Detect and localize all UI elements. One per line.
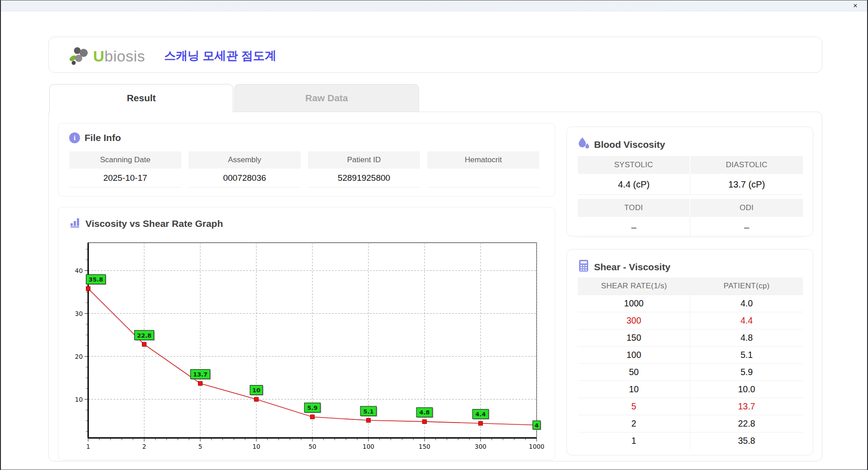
file-info-title: i File Info xyxy=(69,132,121,143)
leaf-cluster-icon xyxy=(68,45,91,67)
shear-rate-cell: 50 xyxy=(578,364,690,381)
field-label: Patient ID xyxy=(308,151,420,169)
svg-text:20: 20 xyxy=(75,353,83,360)
bv-value-cell: – xyxy=(690,217,803,238)
shear-rate-cell: 300 xyxy=(578,312,690,329)
shear-rate-cell: 100 xyxy=(578,347,690,363)
shear-rate-cell: 5 xyxy=(578,398,690,415)
file-info-card: i File Info Scanning Date2025-10-17Assem… xyxy=(58,123,555,197)
shear-table-row: 10004.0 xyxy=(578,295,803,312)
viscosity-chart: 102030401251050100150300100035.822.813.7… xyxy=(71,235,546,458)
patient-viscosity-cell: 4.8 xyxy=(690,329,803,346)
patient-viscosity-cell: 10.0 xyxy=(690,381,803,398)
shear-rate-cell: 2 xyxy=(578,415,690,432)
field-label: Assembly xyxy=(189,151,301,169)
field-value xyxy=(427,169,539,188)
svg-text:22.8: 22.8 xyxy=(137,332,151,339)
svg-text:10: 10 xyxy=(252,387,260,394)
shear-viscosity-title: Shear - Viscosity xyxy=(578,259,670,274)
file-info-field: Scanning Date2025-10-17 xyxy=(69,151,181,188)
svg-text:40: 40 xyxy=(75,267,83,274)
shear-table-row: 1504.8 xyxy=(578,329,803,346)
blood-viscosity-title: Blood Viscosity xyxy=(578,137,665,152)
svg-text:2: 2 xyxy=(142,443,146,450)
brand-name: Ubiosis xyxy=(93,47,145,65)
shear-rate-cell: 1 xyxy=(578,432,690,449)
svg-text:1000: 1000 xyxy=(529,443,544,450)
shear-viscosity-table: SHEAR RATE(1/s) PATIENT(cp) 10004.03004.… xyxy=(578,277,803,449)
svg-text:30: 30 xyxy=(75,310,83,317)
bv-value-cell: 4.4 (cP) xyxy=(578,174,690,195)
droplets-icon xyxy=(578,137,590,152)
svg-text:300: 300 xyxy=(475,443,486,450)
svg-text:50: 50 xyxy=(308,443,316,450)
svg-text:13.7: 13.7 xyxy=(193,371,208,378)
patient-viscosity-cell: 4.4 xyxy=(690,312,803,329)
bv-header-cell: SYSTOLIC xyxy=(578,156,690,174)
tab-result[interactable]: Result xyxy=(49,84,233,113)
brand-logo: Ubiosis xyxy=(68,45,145,67)
svg-text:10: 10 xyxy=(75,396,83,403)
file-info-field: Patient ID52891925800 xyxy=(308,151,420,188)
bv-header-cell: DIASTOLIC xyxy=(690,156,803,174)
shear-rate-cell: 150 xyxy=(578,329,690,346)
bar-chart-icon xyxy=(69,216,81,230)
shear-table-row: 3004.4 xyxy=(578,312,803,329)
shear-rate-cell: 1000 xyxy=(578,295,690,312)
field-label: Hematocrit xyxy=(427,151,539,169)
file-info-field: Assembly000728036 xyxy=(189,151,301,188)
bv-value-cell: 13.7 (cP) xyxy=(690,174,803,195)
title-bar: × xyxy=(1,0,867,11)
svg-text:10: 10 xyxy=(252,443,260,450)
field-value: 2025-10-17 xyxy=(69,169,181,188)
svg-text:100: 100 xyxy=(363,443,374,450)
svg-text:4: 4 xyxy=(534,422,538,429)
svg-text:5.9: 5.9 xyxy=(307,404,317,411)
viscosity-graph-card: Viscosity vs Shear Rate Graph 1020304012… xyxy=(58,207,555,460)
svg-text:1: 1 xyxy=(86,443,90,450)
shear-table-row: 222.8 xyxy=(578,415,803,432)
patient-viscosity-cell: 13.7 xyxy=(690,398,803,415)
blood-viscosity-table: SYSTOLICDIASTOLIC4.4 (cP)13.7 (cP)TODIOD… xyxy=(578,156,803,238)
file-info-fields: Scanning Date2025-10-17Assembly000728036… xyxy=(69,151,539,188)
patient-viscosity-cell: 22.8 xyxy=(690,415,803,432)
patient-viscosity-cell: 5.9 xyxy=(690,364,803,381)
svg-text:35.8: 35.8 xyxy=(89,276,103,283)
shear-table-row: 135.8 xyxy=(578,432,803,449)
patient-viscosity-cell: 35.8 xyxy=(690,432,803,449)
shear-table-header: SHEAR RATE(1/s) PATIENT(cp) xyxy=(578,277,803,295)
svg-text:5: 5 xyxy=(198,443,203,450)
field-label: Scanning Date xyxy=(69,151,181,169)
shear-viscosity-card: Shear - Viscosity SHEAR RATE(1/s) PATIEN… xyxy=(566,249,813,456)
patient-viscosity-cell: 4.0 xyxy=(690,295,803,312)
svg-text:4.4: 4.4 xyxy=(475,411,486,418)
bv-value-cell: – xyxy=(578,217,690,238)
graph-title: Viscosity vs Shear Rate Graph xyxy=(69,216,223,230)
svg-text:4.8: 4.8 xyxy=(419,409,429,416)
shear-table-row: 505.9 xyxy=(578,363,803,381)
field-value: 52891925800 xyxy=(308,169,420,188)
shear-table-row: 1010.0 xyxy=(578,381,803,398)
patient-viscosity-cell: 5.1 xyxy=(690,347,803,363)
field-value: 000728036 xyxy=(189,169,301,188)
tab-raw-data[interactable]: Raw Data xyxy=(234,84,419,113)
shear-rate-cell: 10 xyxy=(578,381,690,398)
header-card: Ubiosis 스캐닝 모세관 점도계 xyxy=(48,37,822,73)
calculator-icon xyxy=(578,259,590,274)
shear-table-row: 1005.1 xyxy=(578,346,803,363)
close-icon[interactable]: × xyxy=(851,1,860,10)
info-icon: i xyxy=(69,132,80,143)
svg-text:5.1: 5.1 xyxy=(363,408,373,415)
app-window: × Ubiosis 스캐닝 모세관 점도계 Result Raw Data i … xyxy=(0,0,868,470)
svg-text:150: 150 xyxy=(419,443,430,450)
shear-table-row: 513.7 xyxy=(578,398,803,415)
result-panel: i File Info Scanning Date2025-10-17Assem… xyxy=(48,112,822,461)
app-subtitle-korean: 스캐닝 모세관 점도계 xyxy=(164,48,276,64)
bv-header-cell: ODI xyxy=(690,199,803,217)
blood-viscosity-card: Blood Viscosity SYSTOLICDIASTOLIC4.4 (cP… xyxy=(566,127,813,236)
file-info-field: Hematocrit xyxy=(427,151,539,188)
bv-header-cell: TODI xyxy=(578,199,690,217)
